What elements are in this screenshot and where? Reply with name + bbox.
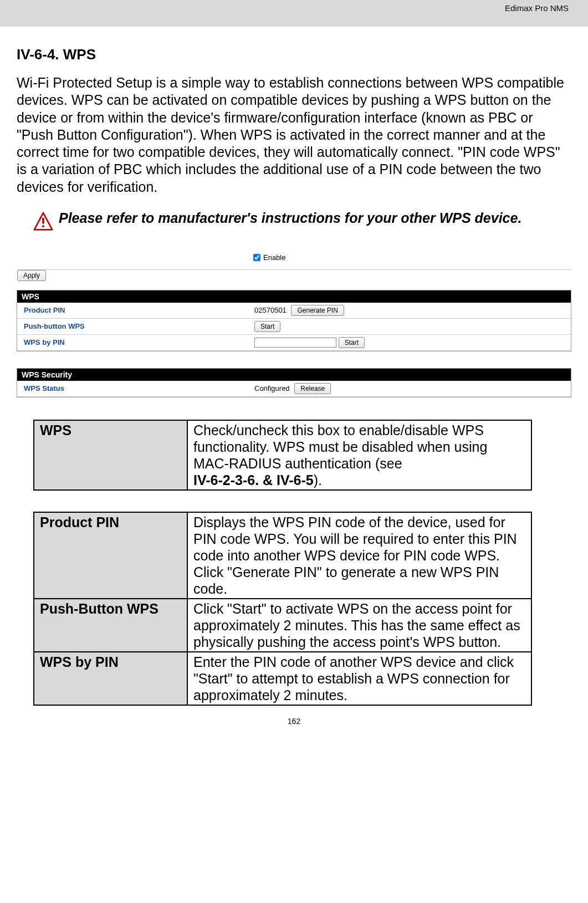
wps-security-header: WPS Security	[17, 369, 571, 381]
product-pin-label: Product PIN	[17, 303, 250, 319]
wps-panel: WPS Product PIN 02570501 Generate PIN Pu…	[17, 290, 571, 351]
svg-rect-1	[42, 218, 44, 224]
desc-wps-by-pin-text: Enter the PIN code of another WPS device…	[187, 652, 531, 705]
release-button[interactable]: Release	[294, 383, 331, 394]
desc-wps-by-pin-label: WPS by PIN	[34, 652, 187, 705]
desc-product-pin-label: Product PIN	[34, 512, 187, 599]
header-product-name: Edimax Pro NMS	[505, 3, 569, 13]
desc-product-pin-text: Displays the WPS PIN code of the device,…	[187, 512, 531, 599]
note-text: Please refer to manufacturer's instructi…	[59, 210, 521, 227]
wps-status-row: WPS Status Configured Release	[17, 381, 571, 397]
table-row: Product PIN Displays the WPS PIN code of…	[34, 512, 531, 599]
wps-security-panel: WPS Security WPS Status Configured Relea…	[17, 368, 571, 397]
table-row: Push-Button WPS Click "Start" to activat…	[34, 599, 531, 652]
wps-enable-left	[21, 247, 248, 268]
wps-enable-checkbox[interactable]	[253, 254, 260, 261]
header-bar: Edimax Pro NMS	[0, 0, 588, 27]
wps-by-pin-start-button[interactable]: Start	[339, 337, 365, 348]
wps-status-value: Configured	[254, 384, 290, 392]
desc-wps-text-c: ).	[314, 472, 322, 488]
push-button-label: Push-button WPS	[17, 318, 250, 334]
wps-by-pin-input[interactable]	[254, 338, 336, 348]
desc-push-button-label: Push-Button WPS	[34, 599, 187, 652]
desc-wps-text-a: Check/uncheck this box to enable/disable…	[193, 422, 487, 471]
desc-wps-label: WPS	[34, 420, 187, 490]
table-row: WPS Check/uncheck this box to enable/dis…	[34, 420, 531, 490]
description-table-1: WPS Check/uncheck this box to enable/dis…	[33, 420, 532, 491]
page-number: 162	[17, 717, 571, 731]
product-pin-row: Product PIN 02570501 Generate PIN	[17, 303, 571, 319]
table-row: WPS by PIN Enter the PIN code of another…	[34, 652, 531, 705]
description-table-2: Product PIN Displays the WPS PIN code of…	[33, 512, 532, 706]
push-button-start-button[interactable]: Start	[254, 321, 280, 332]
generate-pin-button[interactable]: Generate PIN	[291, 305, 344, 316]
section-heading: IV-6-4. WPS	[17, 46, 571, 63]
note-row: Please refer to manufacturer's instructi…	[33, 210, 571, 232]
push-button-row: Push-button WPS Start	[17, 318, 571, 334]
apply-button[interactable]: Apply	[17, 270, 46, 281]
intro-paragraph: Wi-Fi Protected Setup is a simple way to…	[17, 74, 571, 196]
svg-rect-2	[42, 225, 44, 227]
wps-status-label: WPS Status	[17, 381, 250, 397]
desc-wps-text: Check/uncheck this box to enable/disable…	[187, 420, 531, 490]
wps-by-pin-label: WPS by PIN	[17, 334, 250, 350]
desc-wps-text-b: IV-6-2-3-6. & IV-6-5	[193, 472, 314, 488]
desc-push-button-text: Click "Start" to activate WPS on the acc…	[187, 599, 531, 652]
product-pin-value: 02570501	[254, 306, 287, 314]
wps-panel-header: WPS	[17, 290, 571, 303]
wps-enable-text: Enable	[263, 253, 285, 262]
wps-enable-panel: Enable Apply	[17, 246, 571, 284]
warning-icon	[33, 212, 53, 232]
wps-by-pin-row: WPS by PIN Start	[17, 334, 571, 350]
